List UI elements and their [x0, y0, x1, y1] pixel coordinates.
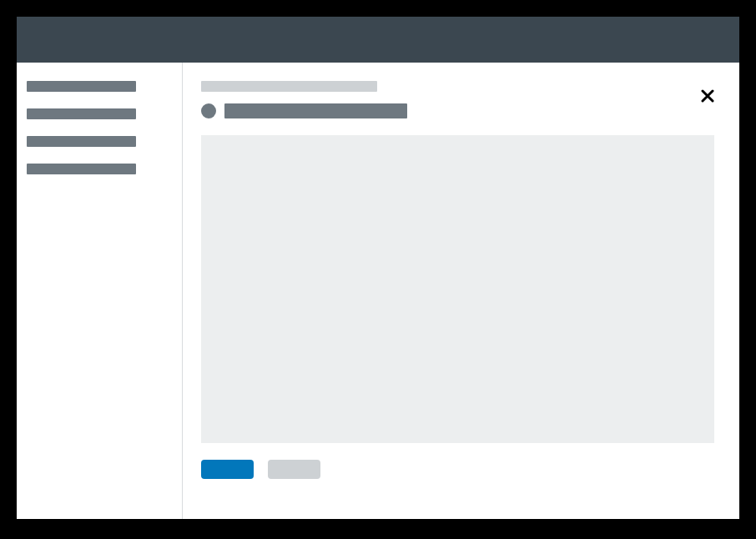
title-row	[201, 103, 729, 118]
sidebar	[17, 63, 183, 519]
app-body	[17, 63, 739, 519]
close-icon	[701, 89, 714, 103]
primary-button[interactable]	[201, 460, 254, 479]
secondary-button[interactable]	[268, 460, 320, 479]
status-dot-icon	[201, 103, 216, 118]
app-header	[17, 17, 739, 63]
sidebar-item-2[interactable]	[27, 108, 136, 119]
sidebar-item-3[interactable]	[27, 136, 136, 147]
close-button[interactable]	[699, 88, 716, 104]
button-row	[201, 460, 729, 479]
page-title	[224, 103, 407, 118]
app-window	[17, 17, 739, 519]
content-area[interactable]	[201, 135, 714, 443]
main-panel	[183, 63, 739, 519]
sidebar-item-1[interactable]	[27, 81, 136, 92]
breadcrumb	[201, 81, 377, 92]
sidebar-item-4[interactable]	[27, 164, 136, 174]
